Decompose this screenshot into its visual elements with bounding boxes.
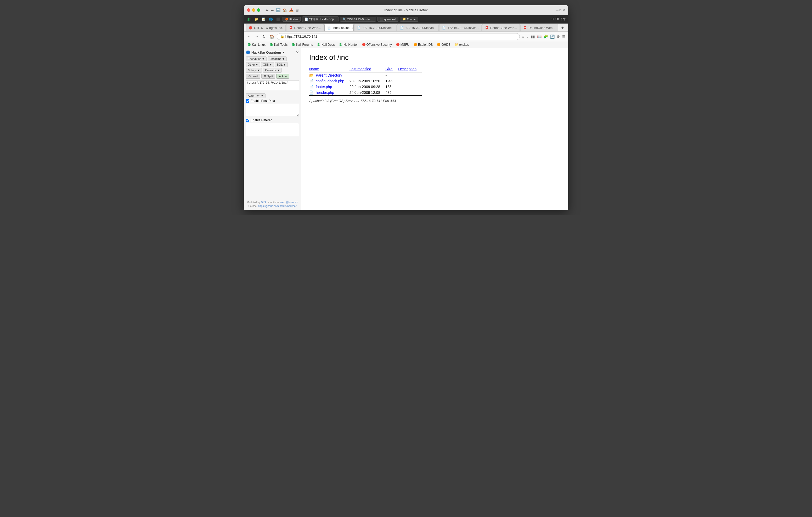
col-size-header[interactable]: Size (385, 66, 398, 72)
header-php-link[interactable]: header.php (316, 90, 334, 95)
tab-inc-he[interactable]: 📄 172.16.70.141/inc/he... ✕ (354, 24, 397, 31)
bookmark-kali-tools[interactable]: 🐉 Kali Tools (268, 42, 289, 47)
tab-close-icon[interactable]: ✕ (323, 26, 324, 29)
footer-php-link[interactable]: footer.php (316, 85, 332, 89)
config-check-link[interactable]: config_check.php (316, 79, 344, 83)
bookmarks-icon[interactable]: ☆ (521, 34, 525, 39)
restore-win-button[interactable]: □ (559, 8, 561, 12)
mousep-taskbar-btn[interactable]: 📄 *未命名 1 - Mousep... (302, 17, 339, 22)
tab-ctf6[interactable]: 🔴 CTF 6 - Widgets Inc. ✕ (246, 24, 286, 31)
sync-icon[interactable]: 🔄 (550, 34, 555, 39)
tab-close-icon[interactable]: ✕ (352, 26, 354, 29)
bookmark-kali-forums[interactable]: 🐉 Kali Forums (290, 42, 314, 47)
tab-close-icon[interactable]: ✕ (285, 26, 286, 29)
footer-dls-link[interactable]: DLS (261, 201, 266, 204)
split-button[interactable]: ⚙ Split (261, 74, 275, 79)
url-input[interactable]: https://172.16.70.141/inc/ (246, 80, 299, 90)
bookmark-exploit-db[interactable]: 🟠 Exploit-DB (412, 42, 435, 47)
other-button[interactable]: Other ▼ (246, 62, 260, 67)
autopwn-button[interactable]: Auto-Pwn ▼ (246, 93, 265, 98)
col-name-header[interactable]: Name (309, 66, 349, 72)
close-win-button[interactable]: ✕ (562, 8, 565, 12)
window-controls[interactable] (247, 8, 260, 12)
tab-close-icon[interactable]: ✕ (520, 26, 520, 29)
footer-source-link[interactable]: https://github.com/notdls/hackbar (258, 205, 297, 208)
bookmark-kali-docs[interactable]: 🐉 Kali Docs (316, 42, 337, 47)
forward-button[interactable]: → (254, 34, 260, 39)
tab-new[interactable]: + (559, 24, 566, 31)
firefox-taskbar-btn[interactable]: 🦊 Firefox (283, 17, 300, 22)
menu-icon[interactable]: ☰ (562, 34, 566, 39)
settings-icon[interactable]: ⚙ (556, 34, 560, 39)
downloads-icon[interactable]: ↓ (526, 34, 529, 39)
bookmark-msfu[interactable]: 🔴 MSFU (395, 42, 411, 47)
col-modified-header[interactable]: Last modified (349, 66, 385, 72)
owasp-taskbar-btn[interactable]: 🔍 OWASP DirBuster ... (340, 17, 376, 22)
footer-desc-cell (398, 84, 422, 90)
enable-referer-checkbox[interactable] (246, 119, 249, 122)
tab-inc-co[interactable]: 📄 172.16.70.141/inc/co... ✕ (439, 24, 482, 31)
hackbar-row-1: Encryption ▼ Encoding ▼ (246, 57, 299, 61)
maximize-button[interactable] (257, 8, 260, 12)
terminal-icon[interactable]: ⬛ (275, 17, 281, 22)
bookmark-nethunter[interactable]: 🐉 NetHunter (338, 42, 359, 47)
qterminal-label: qterminal (384, 18, 396, 21)
window-controls-right[interactable]: ─ □ ✕ (556, 8, 565, 12)
home-button[interactable]: 🏠 (268, 34, 276, 39)
run-button[interactable]: ▶ Run (276, 74, 289, 79)
tab-close-icon[interactable]: ✕ (558, 26, 558, 29)
referer-input[interactable] (246, 123, 299, 136)
sidebar-icon[interactable]: ▮▮ (530, 34, 535, 39)
minimize-button[interactable] (252, 8, 255, 12)
nav-forward-icon[interactable]: ➡ (271, 8, 274, 12)
browser-icon[interactable]: 🌐 (268, 17, 273, 22)
encoding-button[interactable]: Encoding ▼ (268, 57, 287, 61)
reload-button[interactable]: ↻ (261, 34, 267, 39)
col-desc-header[interactable]: Description (398, 66, 422, 72)
tab-inc-fo[interactable]: 📄 172.16.70.141/inc/fo... ✕ (397, 24, 439, 31)
thunar-taskbar-btn[interactable]: 📁 Thunar (400, 17, 418, 22)
table-separator (309, 95, 422, 96)
bookmark-exsites[interactable]: 📁 exsites (453, 42, 470, 47)
text-editor-icon[interactable]: 📝 (261, 17, 266, 22)
hackbar-dropdown-icon[interactable]: ▼ (282, 51, 285, 54)
address-bar[interactable]: 🔒 https://172.16.70.141 (277, 33, 520, 40)
footer-mxcx-link[interactable]: mxcx@fosec.vn (280, 201, 298, 204)
minimize-win-button[interactable]: ─ (556, 8, 558, 12)
addons-icon[interactable]: 🧩 (543, 34, 549, 39)
xss-button[interactable]: XSS ▼ (261, 62, 274, 67)
bookmark-ghdb[interactable]: 🟠 GHDB (435, 42, 452, 47)
kali-icon[interactable]: 🐉 (246, 17, 252, 22)
home-icon[interactable]: 🏠 (283, 8, 287, 12)
xss-arrow-icon: ▼ (269, 63, 272, 66)
share-icon[interactable]: 📤 (289, 8, 293, 12)
reload-icon[interactable]: 🔄 (276, 8, 281, 12)
sql-button[interactable]: SQL ▼ (275, 62, 288, 67)
browser-window: ⬅ ➡ 🔄 🏠 📤 ⊞ Index of /inc - Mozilla Fire… (244, 5, 568, 210)
parent-dir-link[interactable]: Parent Directory (316, 73, 342, 78)
bookmark-offensive-security[interactable]: 🔴 Offensive Security (360, 42, 394, 47)
payloads-button[interactable]: Payloads ▼ (263, 68, 282, 73)
bookmark-kali-linux[interactable]: 🐉 Kali Linux (246, 42, 267, 47)
tab-roundcube1[interactable]: 📮 RoundCube Web... ✕ (286, 24, 324, 31)
table-row: 📄 header.php 24-Jun-2009 12:08 485 (309, 90, 422, 95)
tab-icon[interactable]: ⊞ (296, 8, 299, 12)
lock-icon: 🔒 (280, 34, 284, 38)
tab-index-inc[interactable]: 📄 Index of /inc ✕ (324, 24, 354, 31)
qterminal-taskbar-btn[interactable]: ⬛ qterminal (377, 17, 399, 22)
url-display[interactable]: https://172.16.70.141 (285, 34, 317, 38)
enable-post-data-checkbox[interactable] (246, 99, 249, 103)
nav-back-icon[interactable]: ⬅ (265, 8, 269, 12)
tab-roundcube2[interactable]: 📮 RoundCube Web... ✕ (482, 24, 520, 31)
autopwn-arrow-icon: ▼ (261, 94, 264, 97)
close-button[interactable] (247, 8, 250, 12)
back-button[interactable]: ← (246, 34, 253, 39)
post-data-input[interactable] (246, 104, 299, 117)
strings-button[interactable]: Strings ▼ (246, 68, 262, 73)
files-icon[interactable]: 📁 (253, 17, 259, 22)
load-button[interactable]: ⚙ Load (246, 74, 260, 79)
reader-icon[interactable]: 📖 (536, 34, 542, 39)
encryption-button[interactable]: Encryption ▼ (246, 57, 267, 61)
tab-roundcube3[interactable]: 📮 RoundCube Web... ✕ (520, 24, 558, 31)
hackbar-close-button[interactable]: ✕ (296, 50, 299, 54)
